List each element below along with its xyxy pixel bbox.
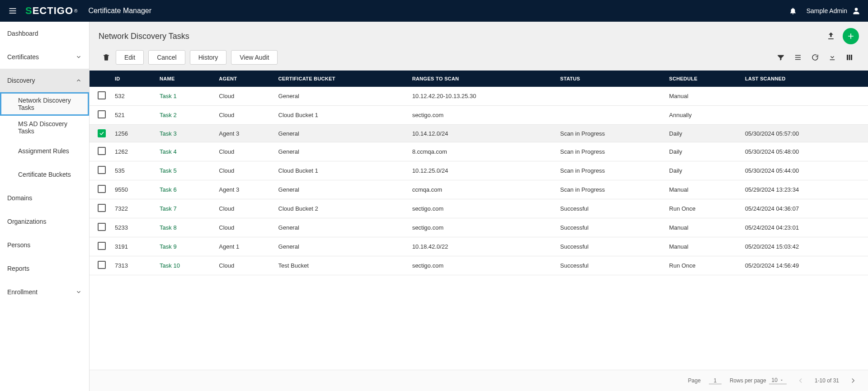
cell-id: 1256 bbox=[110, 125, 155, 142]
sidebar-item-discovery[interactable]: Discovery bbox=[0, 69, 89, 92]
download-button[interactable] bbox=[825, 50, 840, 65]
sidebar-subitem-ms-ad-discovery-tasks[interactable]: MS AD Discovery Tasks bbox=[0, 116, 89, 139]
sidebar-item-certificates[interactable]: Certificates bbox=[0, 45, 89, 69]
column-header-certificate-bucket[interactable]: CERTIFICATE BUCKET bbox=[274, 71, 408, 87]
cell-bucket: General bbox=[274, 87, 408, 106]
sidebar-item-label: Dashboard bbox=[7, 30, 38, 37]
next-page-button[interactable] bbox=[847, 375, 859, 386]
rpp-label: Rows per page bbox=[730, 377, 766, 384]
row-checkbox[interactable] bbox=[98, 204, 106, 212]
row-checkbox[interactable] bbox=[98, 147, 106, 155]
sidebar-item-dashboard[interactable]: Dashboard bbox=[0, 22, 89, 45]
cell-bucket: Cloud Bucket 2 bbox=[274, 199, 408, 218]
app-header: SECTIGO® Certificate Manager Sample Admi… bbox=[0, 0, 868, 22]
table-row[interactable]: 535Task 5CloudCloud Bucket 110.12.25.0/2… bbox=[90, 161, 868, 180]
cell-agent: Cloud bbox=[214, 218, 274, 237]
list-view-button[interactable] bbox=[790, 50, 806, 65]
sidebar-item-label: Certificates bbox=[7, 53, 39, 61]
filter-button[interactable] bbox=[773, 50, 788, 65]
cell-id: 7322 bbox=[110, 199, 155, 218]
sidebar-subitem-assignment-rules[interactable]: Assignment Rules bbox=[0, 139, 89, 163]
sidebar-subitem-network-discovery-tasks[interactable]: Network Discovery Tasks bbox=[0, 92, 89, 116]
sidebar-item-enrollment[interactable]: Enrollment bbox=[0, 280, 89, 304]
row-checkbox[interactable] bbox=[98, 223, 106, 231]
sidebar-item-reports[interactable]: Reports bbox=[0, 257, 89, 280]
cell-last: 05/30/2024 05:57:00 bbox=[741, 125, 868, 142]
sidebar-subitem-certificate-buckets[interactable]: Certificate Buckets bbox=[0, 163, 89, 186]
current-user[interactable]: Sample Admin bbox=[807, 6, 861, 15]
table-row[interactable]: 1256Task 3Agent 3General10.14.12.0/24Sca… bbox=[90, 125, 868, 142]
cell-status: Scan in Progress bbox=[556, 180, 665, 199]
cell-schedule: Run Once bbox=[665, 199, 741, 218]
row-checkbox[interactable] bbox=[98, 242, 106, 250]
column-header-status[interactable]: STATUS bbox=[556, 71, 665, 87]
svg-rect-7 bbox=[847, 55, 848, 60]
rpp-select[interactable]: 10 bbox=[769, 377, 787, 384]
delete-button[interactable] bbox=[99, 50, 114, 65]
row-checkbox[interactable] bbox=[98, 166, 106, 174]
sidebar-item-organizations[interactable]: Organizations bbox=[0, 210, 89, 233]
cell-ranges: ccmqa.com bbox=[408, 180, 556, 199]
cell-bucket: Cloud Bucket 1 bbox=[274, 161, 408, 180]
page-input[interactable] bbox=[709, 377, 722, 384]
cell-agent: Cloud bbox=[214, 106, 274, 125]
upload-button[interactable] bbox=[823, 28, 839, 44]
cell-schedule: Daily bbox=[665, 125, 741, 142]
hamburger-menu-button[interactable] bbox=[7, 5, 18, 16]
table-row[interactable]: 532Task 1CloudGeneral10.12.42.20-10.13.2… bbox=[90, 87, 868, 106]
row-checkbox[interactable] bbox=[98, 185, 106, 193]
cell-name: Task 6 bbox=[155, 180, 214, 199]
column-header-ranges-to-scan[interactable]: RANGES TO SCAN bbox=[408, 71, 556, 87]
column-header-last-scanned[interactable]: LAST SCANNED bbox=[741, 71, 868, 87]
chevron-right-icon bbox=[849, 377, 857, 385]
table-row[interactable]: 9550Task 6Agent 3Generalccmqa.comScan in… bbox=[90, 180, 868, 199]
table-row[interactable]: 1262Task 4CloudGeneral8.ccmqa.comScan in… bbox=[90, 142, 868, 161]
cell-schedule: Run Once bbox=[665, 256, 741, 275]
column-header-schedule[interactable]: SCHEDULE bbox=[665, 71, 741, 87]
column-header-agent[interactable]: AGENT bbox=[214, 71, 274, 87]
view-audit-button[interactable]: View Audit bbox=[231, 50, 278, 65]
row-checkbox[interactable] bbox=[98, 110, 106, 118]
column-header-id[interactable]: ID bbox=[110, 71, 155, 87]
page-title: Network Discovery Tasks bbox=[99, 32, 819, 41]
action-toolbar: Edit Cancel History View Audit bbox=[90, 48, 868, 71]
cell-schedule: Daily bbox=[665, 161, 741, 180]
row-checkbox[interactable] bbox=[98, 261, 106, 269]
chevron-up-icon bbox=[75, 77, 82, 84]
notifications-button[interactable] bbox=[787, 5, 799, 17]
cell-name: Task 5 bbox=[155, 161, 214, 180]
tasks-table: IDNAMEAGENTCERTIFICATE BUCKETRANGES TO S… bbox=[90, 71, 868, 275]
row-checkbox[interactable] bbox=[98, 91, 106, 99]
cell-status: Successful bbox=[556, 199, 665, 218]
cell-name: Task 8 bbox=[155, 218, 214, 237]
registered-mark: ® bbox=[74, 9, 77, 14]
cell-name: Task 1 bbox=[155, 87, 214, 106]
sidebar-item-persons[interactable]: Persons bbox=[0, 233, 89, 257]
svg-point-3 bbox=[855, 8, 858, 11]
app-title: Certificate Manager bbox=[88, 7, 151, 15]
edit-button[interactable]: Edit bbox=[116, 50, 144, 65]
table-row[interactable]: 521Task 2CloudCloud Bucket 1sectigo.comA… bbox=[90, 106, 868, 125]
download-icon bbox=[828, 53, 836, 61]
add-button[interactable] bbox=[843, 28, 859, 44]
history-button[interactable]: History bbox=[190, 50, 227, 65]
cell-bucket: Test Bucket bbox=[274, 256, 408, 275]
refresh-button[interactable] bbox=[807, 50, 823, 65]
table-row[interactable]: 5233Task 8CloudGeneralsectigo.comSuccess… bbox=[90, 218, 868, 237]
sidebar-item-domains[interactable]: Domains bbox=[0, 186, 89, 210]
cancel-button[interactable]: Cancel bbox=[148, 50, 185, 65]
table-row[interactable]: 3191Task 9Agent 1General10.18.42.0/22Suc… bbox=[90, 237, 868, 256]
cell-bucket: General bbox=[274, 125, 408, 142]
table-row[interactable]: 7313Task 10CloudTest Bucketsectigo.comSu… bbox=[90, 256, 868, 275]
columns-button[interactable] bbox=[842, 50, 857, 65]
list-icon bbox=[794, 53, 802, 61]
table-row[interactable]: 7322Task 7CloudCloud Bucket 2sectigo.com… bbox=[90, 199, 868, 218]
refresh-icon bbox=[811, 53, 819, 61]
column-header-name[interactable]: NAME bbox=[155, 71, 214, 87]
svg-rect-9 bbox=[851, 55, 852, 60]
page-label: Page bbox=[688, 377, 701, 384]
cell-id: 532 bbox=[110, 87, 155, 106]
prev-page-button[interactable] bbox=[795, 375, 807, 386]
cell-ranges: sectigo.com bbox=[408, 256, 556, 275]
row-checkbox[interactable] bbox=[98, 129, 106, 137]
